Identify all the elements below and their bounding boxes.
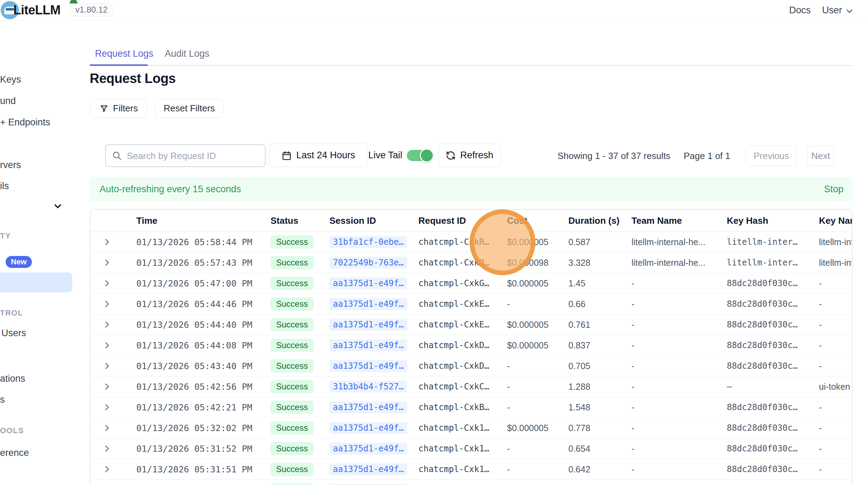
session-id-link[interactable]: aa1375d1-e49f… — [329, 339, 407, 351]
status-badge: Success — [271, 235, 314, 249]
chevron-right-icon[interactable] — [102, 279, 122, 288]
search-icon — [112, 151, 122, 161]
sidebar-item-users[interactable]: Users — [1, 328, 26, 339]
chevron-right-icon[interactable] — [102, 423, 122, 432]
sidebar-item-reference[interactable]: erence — [0, 448, 29, 458]
log-time: 01/13/2026 05:44:08 PM — [122, 340, 255, 351]
session-id-link[interactable]: 31bfa1cf-0ebe… — [329, 236, 407, 248]
duration-value: 1.45 — [557, 278, 624, 289]
col-session-id: Session ID — [320, 215, 410, 226]
search-input[interactable] — [126, 146, 261, 166]
table-row[interactable]: 01/13/2026 05:42:56 PM Success 31b3b4b4-… — [90, 376, 852, 397]
col-request-id: Request ID — [410, 215, 498, 226]
chevron-right-icon[interactable] — [102, 299, 122, 309]
key-hash: – — [718, 382, 813, 392]
nav-docs-link[interactable]: Docs — [789, 5, 811, 16]
sidebar-item-guardrails[interactable]: ils — [0, 181, 9, 192]
christmas-tree-icon — [69, 0, 78, 4]
sidebar-item-teams[interactable]: s — [0, 394, 5, 405]
session-id-link[interactable]: aa1375d1-e49f… — [329, 422, 407, 434]
request-id: chatcmpl-Cxk1… — [410, 464, 498, 474]
table-row[interactable]: 01/13/2026 05:44:40 PM Success aa1375d1-… — [90, 314, 852, 335]
chevron-right-icon[interactable] — [102, 361, 122, 370]
chevron-right-icon[interactable] — [102, 237, 122, 247]
chevron-right-icon[interactable] — [102, 320, 122, 329]
col-duration: Duration (s) — [557, 215, 624, 226]
request-id: chatcmpl-CxkQ… — [410, 258, 498, 268]
chevron-down-icon[interactable] — [845, 6, 854, 16]
brand-title: LiteLLM — [13, 3, 60, 18]
session-id-link[interactable]: aa1375d1-e49f… — [329, 463, 407, 475]
sidebar-item-models-endpoints[interactable]: + Endpoints — [0, 117, 50, 128]
nav-user-menu[interactable]: User — [822, 5, 842, 16]
key-name: litellm-inte — [813, 237, 852, 247]
table-row[interactable]: 01/13/2026 05:58:44 PM Success 31bfa1cf-… — [90, 232, 852, 252]
chevron-right-icon[interactable] — [102, 403, 122, 412]
time-range-button[interactable]: Last 24 Hours — [269, 144, 368, 167]
sidebar-item-organizations[interactable]: ations — [0, 373, 25, 384]
version-badge: v1.80.12 — [69, 4, 114, 17]
cost-value: $0.000005 — [498, 340, 557, 351]
auto-refresh-banner: Auto-refreshing every 15 seconds Stop — [90, 177, 853, 201]
filters-button[interactable]: Filters — [90, 99, 147, 118]
key-hash: 88dc28d0f030c… — [718, 278, 813, 288]
chevron-right-icon[interactable] — [102, 465, 122, 474]
table-row[interactable]: 01/13/2026 05:31:38 PM Success aa1375d1-… — [90, 480, 852, 485]
table-row[interactable]: 01/13/2026 05:31:51 PM Success aa1375d1-… — [90, 459, 852, 480]
session-id-link[interactable]: 31b3b4b4-f527… — [329, 381, 407, 393]
sidebar-item-servers[interactable]: rvers — [0, 160, 21, 171]
chevron-right-icon[interactable] — [102, 341, 122, 350]
session-id-link[interactable]: aa1375d1-e49f… — [329, 319, 407, 331]
session-id-link[interactable]: 7022549b-763e… — [329, 257, 407, 269]
table-row[interactable]: 01/13/2026 05:32:02 PM Success aa1375d1-… — [90, 418, 852, 438]
next-page-button[interactable]: Next — [807, 146, 834, 166]
key-hash: 88dc28d0f030c… — [718, 402, 813, 412]
cost-value: $0.000005 — [498, 320, 557, 330]
sidebar-item-keys[interactable]: Keys — [0, 74, 21, 85]
refresh-icon — [446, 151, 456, 160]
refresh-button[interactable]: Refresh — [438, 144, 501, 167]
table-row[interactable]: 01/13/2026 05:43:40 PM Success aa1375d1-… — [90, 356, 852, 376]
table-row[interactable]: 01/13/2026 05:44:08 PM Success aa1375d1-… — [90, 335, 852, 356]
key-name: - — [813, 340, 852, 351]
status-badge: Success — [271, 297, 314, 311]
session-id-link[interactable]: aa1375d1-e49f… — [329, 443, 407, 455]
cost-value: - — [498, 299, 557, 309]
filters-button-label: Filters — [113, 103, 138, 114]
table-row[interactable]: 01/13/2026 05:31:52 PM Success aa1375d1-… — [90, 438, 852, 459]
sidebar-item-selected[interactable] — [0, 272, 72, 292]
session-id-link[interactable]: aa1375d1-e49f… — [329, 360, 407, 372]
sidebar-item-playground[interactable]: und — [0, 96, 16, 106]
status-badge: Success — [271, 463, 314, 476]
reset-filters-button[interactable]: Reset Filters — [155, 99, 224, 118]
table-row[interactable]: 01/13/2026 05:57:43 PM Success 7022549b-… — [90, 252, 852, 273]
log-time: 01/13/2026 05:44:46 PM — [122, 299, 255, 309]
status-badge: Success — [271, 318, 314, 331]
col-key-name: Key Name — [813, 215, 852, 226]
tab-audit-logs[interactable]: Audit Logs — [165, 48, 210, 59]
sidebar-collapse-chevron-icon[interactable] — [53, 201, 63, 212]
table-row[interactable]: 01/13/2026 05:42:21 PM Success aa1375d1-… — [90, 397, 852, 418]
session-id-link[interactable]: aa1375d1-e49f… — [329, 298, 407, 310]
duration-value: 0.778 — [557, 423, 624, 433]
log-time: 01/13/2026 05:31:52 PM — [122, 444, 255, 454]
cost-value: - — [498, 382, 557, 392]
previous-page-button[interactable]: Previous — [746, 146, 797, 166]
session-id-link[interactable]: aa1375d1-e49f… — [329, 401, 407, 413]
chevron-right-icon[interactable] — [102, 258, 122, 267]
app-root: LiteLLM v1.80.12 Docs User Keys und + En… — [0, 0, 868, 485]
status-badge: Success — [271, 380, 314, 393]
refresh-button-label: Refresh — [460, 150, 493, 161]
table-row[interactable]: 01/13/2026 05:47:00 PM Success aa1375d1-… — [90, 273, 852, 294]
stop-auto-refresh-link[interactable]: Stop — [824, 184, 843, 195]
session-id-link[interactable]: aa1375d1-e49f… — [329, 277, 407, 289]
log-time: 01/13/2026 05:57:43 PM — [122, 258, 255, 268]
key-name: - — [813, 423, 852, 433]
live-tail-toggle[interactable] — [407, 150, 433, 161]
tab-request-logs[interactable]: Request Logs — [95, 48, 153, 59]
tabs-divider — [90, 65, 853, 66]
chevron-right-icon[interactable] — [102, 444, 122, 453]
key-name: - — [813, 444, 852, 454]
chevron-right-icon[interactable] — [102, 382, 122, 391]
table-row[interactable]: 01/13/2026 05:44:46 PM Success aa1375d1-… — [90, 294, 852, 314]
